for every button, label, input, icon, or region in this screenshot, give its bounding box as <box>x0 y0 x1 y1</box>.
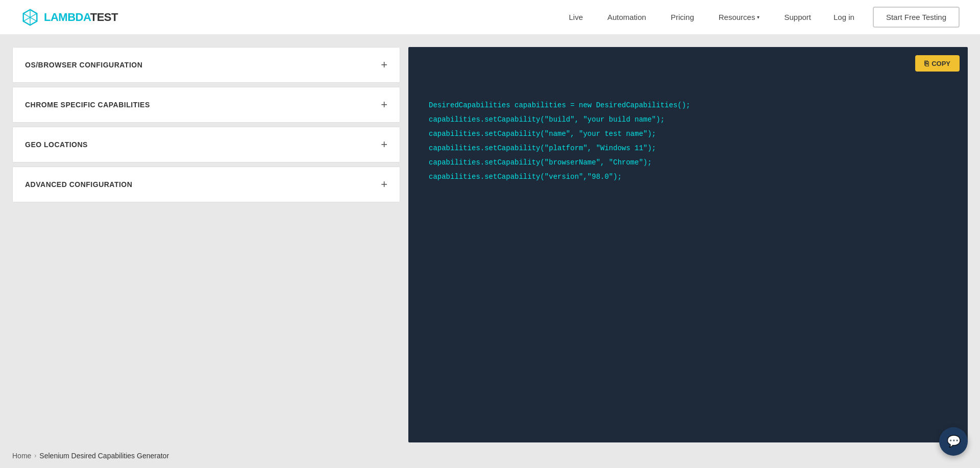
nav-link-live[interactable]: Live <box>556 0 595 35</box>
accordion-item-advanced: ADVANCED CONFIGURATION + <box>12 167 400 202</box>
accordion-header-chrome-specific[interactable]: CHROME SPECIFIC CAPABILITIES + <box>13 87 400 122</box>
accordion-item-os-browser: OS/BROWSER CONFIGURATION + <box>12 47 400 83</box>
code-line-5: capabilities.setCapability("version","98… <box>429 170 947 184</box>
breadcrumb-home[interactable]: Home <box>12 452 31 460</box>
accordion-title-geo-locations: GEO LOCATIONS <box>25 141 88 149</box>
accordion-header-os-browser[interactable]: OS/BROWSER CONFIGURATION + <box>13 48 400 82</box>
start-free-testing-button[interactable]: Start Free Testing <box>873 7 960 28</box>
accordion-title-os-browser: OS/BROWSER CONFIGURATION <box>25 61 142 69</box>
nav-links: Live Automation Pricing Resources Suppor… <box>556 0 823 35</box>
accordion-item-chrome-specific: CHROME SPECIFIC CAPABILITIES + <box>12 87 400 123</box>
breadcrumb-current: Selenium Desired Capabilities Generator <box>39 452 169 460</box>
nav-link-resources[interactable]: Resources <box>706 0 772 35</box>
accordion-header-advanced[interactable]: ADVANCED CONFIGURATION + <box>13 167 400 202</box>
accordion-title-chrome-specific: CHROME SPECIFIC CAPABILITIES <box>25 101 150 109</box>
breadcrumb-separator: › <box>34 452 36 459</box>
copy-label: COPY <box>932 60 950 67</box>
navbar: LAMBDATEST Live Automation Pricing Resou… <box>0 0 980 35</box>
accordion-item-geo-locations: GEO LOCATIONS + <box>12 127 400 162</box>
code-line-0: DesiredCapabilities capabilities = new D… <box>429 98 947 112</box>
logo[interactable]: LAMBDATEST <box>20 8 118 27</box>
copy-button[interactable]: ⎘ COPY <box>915 55 960 72</box>
copy-icon: ⎘ <box>924 59 928 67</box>
code-block: DesiredCapabilities capabilities = new D… <box>408 47 968 204</box>
right-panel: ⎘ COPY DesiredCapabilities capabilities … <box>408 47 968 442</box>
code-line-3: capabilities.setCapability("platform", "… <box>429 141 947 155</box>
nav-link-support[interactable]: Support <box>772 0 823 35</box>
accordion-plus-chrome-specific: + <box>381 99 387 110</box>
nav-link-pricing[interactable]: Pricing <box>658 0 706 35</box>
accordion-header-geo-locations[interactable]: GEO LOCATIONS + <box>13 127 400 162</box>
accordion-plus-advanced: + <box>381 179 387 190</box>
code-line-2: capabilities.setCapability("name", "your… <box>429 127 947 141</box>
nav-link-automation[interactable]: Automation <box>595 0 658 35</box>
chat-bubble[interactable]: 💬 <box>939 427 968 456</box>
breadcrumb: Home › Selenium Desired Capabilities Gen… <box>0 442 980 468</box>
code-line-1: capabilities.setCapability("build", "you… <box>429 112 947 127</box>
page-content: OS/BROWSER CONFIGURATION + CHROME SPECIF… <box>0 35 980 442</box>
chat-icon: 💬 <box>947 435 961 448</box>
code-line-4: capabilities.setCapability("browserName"… <box>429 155 947 170</box>
accordion-title-advanced: ADVANCED CONFIGURATION <box>25 180 132 189</box>
login-link[interactable]: Log in <box>823 13 865 21</box>
logo-text: LAMBDATEST <box>44 11 118 24</box>
accordion-plus-geo-locations: + <box>381 139 387 150</box>
accordion-plus-os-browser: + <box>381 59 387 71</box>
left-panel: OS/BROWSER CONFIGURATION + CHROME SPECIF… <box>12 47 400 442</box>
